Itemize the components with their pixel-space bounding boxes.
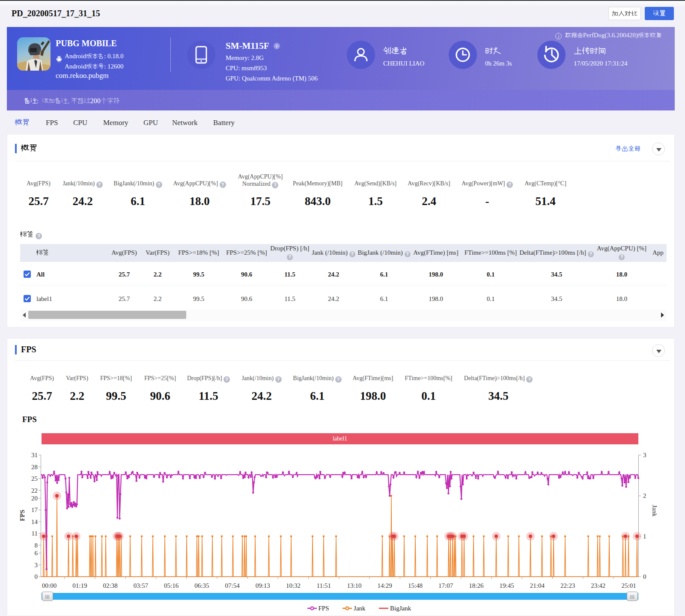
svg-text:19:45: 19:45 [500,582,514,589]
svg-text:3: 3 [35,562,38,568]
svg-text:28: 28 [31,464,38,470]
svg-text:10:32: 10:32 [286,582,301,589]
svg-text:11:51: 11:51 [316,582,331,589]
svg-text:25:01: 25:01 [622,582,636,589]
svg-text:20: 20 [31,495,38,502]
svg-text:6: 6 [35,550,38,556]
svg-text:22:23: 22:23 [560,582,575,589]
svg-text:06:35: 06:35 [194,582,209,589]
svg-text:01:19: 01:19 [72,582,87,589]
svg-text:31: 31 [31,452,38,458]
svg-text:07:54: 07:54 [225,582,240,589]
svg-text:17:07: 17:07 [438,582,453,589]
svg-text:00:00: 00:00 [42,582,57,589]
svg-text:15:48: 15:48 [408,582,423,589]
svg-text:23:42: 23:42 [591,582,605,589]
svg-text:11: 11 [32,530,38,537]
svg-text:2: 2 [643,492,646,499]
svg-text:14: 14 [31,518,38,525]
svg-text:02:38: 02:38 [103,582,118,589]
svg-text:8: 8 [35,542,38,549]
svg-text:05:16: 05:16 [164,582,179,589]
svg-text:0: 0 [643,573,646,580]
svg-text:13:10: 13:10 [347,582,361,589]
svg-text:17: 17 [31,506,38,513]
svg-text:09:13: 09:13 [256,582,270,589]
svg-text:1: 1 [643,533,646,540]
svg-text:03:57: 03:57 [134,582,149,589]
svg-text:22: 22 [31,487,38,494]
svg-text:25: 25 [31,475,38,482]
svg-text:21:04: 21:04 [530,582,545,589]
svg-text:Jank: Jank [651,505,658,517]
svg-text:14:29: 14:29 [378,582,392,589]
svg-text:FPS: FPS [19,510,26,521]
svg-text:3: 3 [643,452,646,458]
svg-text:18:26: 18:26 [469,582,484,589]
svg-text:0: 0 [35,573,38,580]
